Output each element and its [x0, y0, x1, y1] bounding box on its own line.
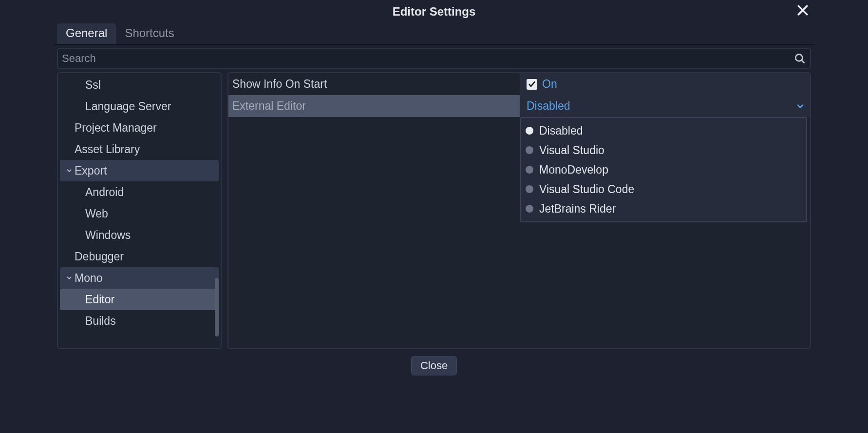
- editor-settings-window: Editor Settings General Shortcuts SslLan…: [54, 0, 814, 380]
- dropdown-option[interactable]: JetBrains Rider: [521, 199, 806, 218]
- tree-item-builds[interactable]: Builds: [60, 310, 219, 332]
- tree-item-label: Web: [85, 207, 108, 220]
- setting-label: External Editor: [228, 99, 520, 113]
- tree-item-mono[interactable]: Mono: [60, 267, 219, 289]
- tree-item-web[interactable]: Web: [60, 203, 219, 224]
- tree-item-debugger[interactable]: Debugger: [60, 246, 219, 267]
- tree-scrollbar[interactable]: [215, 278, 219, 336]
- radio-icon: [526, 205, 533, 213]
- radio-icon: [526, 185, 533, 193]
- category-tree[interactable]: SslLanguage ServerProject ManagerAsset L…: [58, 73, 221, 348]
- tree-item-project-manager[interactable]: Project Manager: [60, 117, 219, 138]
- chevron-down-icon[interactable]: [65, 274, 74, 282]
- svg-line-3: [801, 60, 804, 62]
- main-split: SslLanguage ServerProject ManagerAsset L…: [54, 72, 814, 353]
- dropdown-option-label: Visual Studio: [539, 144, 604, 157]
- dropdown-option-label: MonoDevelop: [539, 163, 608, 177]
- search-bar: [57, 48, 811, 69]
- tree-item-ssl[interactable]: Ssl: [60, 74, 219, 96]
- tree-item-label: Editor: [85, 293, 114, 306]
- settings-content: Show Info On Start On External Editor Di…: [227, 72, 811, 349]
- tree-item-label: Builds: [85, 315, 116, 328]
- dropdown-option[interactable]: Disabled: [521, 121, 806, 140]
- window-title: Editor Settings: [393, 5, 476, 19]
- tree-item-label: Asset Library: [75, 143, 140, 156]
- tree-item-editor[interactable]: Editor: [60, 289, 219, 310]
- setting-external-editor: External Editor Disabled: [228, 95, 810, 117]
- dropdown-option-label: JetBrains Rider: [539, 202, 616, 216]
- checkbox-show-info[interactable]: [527, 79, 537, 90]
- tabs: General Shortcuts: [54, 23, 814, 45]
- tree-item-label: Windows: [85, 229, 131, 242]
- chevron-down-icon: [795, 101, 805, 111]
- radio-icon: [526, 127, 533, 135]
- title-bar: Editor Settings: [54, 0, 814, 23]
- tree-item-asset-library[interactable]: Asset Library: [60, 138, 219, 160]
- tree-item-android[interactable]: Android: [60, 181, 219, 203]
- setting-label: Show Info On Start: [228, 78, 520, 91]
- tab-general[interactable]: General: [57, 23, 116, 44]
- dropdown-option[interactable]: MonoDevelop: [521, 160, 806, 179]
- tree-item-label: Mono: [75, 272, 103, 285]
- close-button[interactable]: Close: [411, 356, 457, 375]
- tab-shortcuts[interactable]: Shortcuts: [116, 23, 183, 44]
- dropdown-option-label: Visual Studio Code: [539, 183, 634, 196]
- setting-value: On: [520, 73, 810, 95]
- search-input[interactable]: [62, 52, 793, 65]
- tree-item-label: Language Server: [85, 100, 171, 113]
- footer: Close: [54, 353, 814, 380]
- tree-item-label: Project Manager: [75, 121, 157, 135]
- tree-item-label: Debugger: [75, 250, 124, 263]
- dropdown-option[interactable]: Visual Studio Code: [521, 179, 806, 199]
- tree-item-export[interactable]: Export: [60, 160, 219, 181]
- search-icon[interactable]: [793, 52, 806, 65]
- tree-item-label: Export: [75, 164, 107, 177]
- setting-show-info-on-start: Show Info On Start On: [228, 73, 810, 95]
- tree-item-label: Ssl: [85, 79, 101, 92]
- category-tree-panel: SslLanguage ServerProject ManagerAsset L…: [57, 72, 222, 349]
- external-editor-dropdown: DisabledVisual StudioMonoDevelopVisual S…: [520, 117, 807, 222]
- tree-item-label: Android: [85, 186, 124, 199]
- tree-item-windows[interactable]: Windows: [60, 224, 219, 246]
- radio-icon: [526, 146, 533, 154]
- dropdown-option[interactable]: Visual Studio: [521, 140, 806, 160]
- dropdown-option-label: Disabled: [539, 124, 583, 138]
- chevron-down-icon[interactable]: [65, 166, 74, 175]
- value-text: On: [542, 78, 557, 91]
- close-icon[interactable]: [795, 3, 810, 18]
- setting-value-dropdown[interactable]: Disabled: [520, 95, 810, 117]
- radio-icon: [526, 166, 533, 174]
- tree-item-language-server[interactable]: Language Server: [60, 96, 219, 117]
- value-text: Disabled: [527, 99, 570, 113]
